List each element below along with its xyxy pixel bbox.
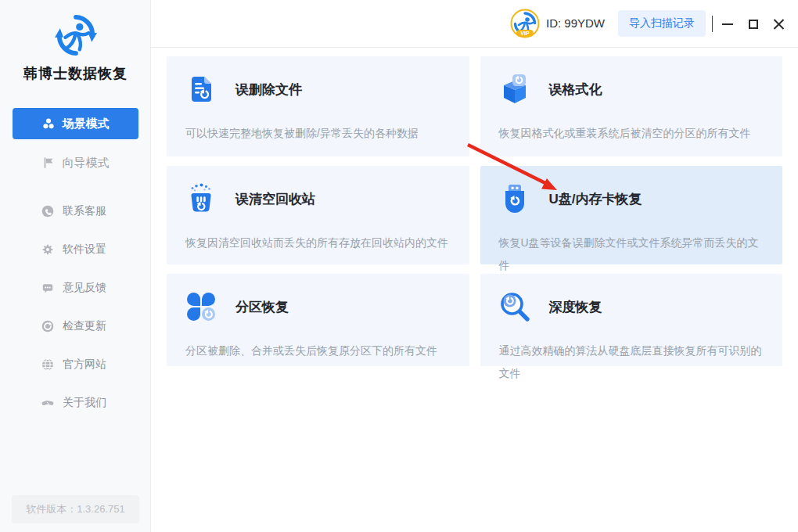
sidebar-item-settings[interactable]: 软件设置 xyxy=(0,242,151,257)
card-deep-recovery[interactable]: 深度恢复 通过高效精确的算法从硬盘底层直接恢复所有可识别的文件 xyxy=(480,274,783,366)
card-title: 深度恢复 xyxy=(549,298,602,316)
sidebar-item-feedback[interactable]: 意见反馈 xyxy=(0,280,151,296)
vip-badge: VIP xyxy=(520,31,530,36)
close-icon xyxy=(773,19,785,31)
minimize-button[interactable] xyxy=(717,14,738,34)
titlebar-divider xyxy=(712,16,713,32)
card-description: 可以快速完整地恢复被删除/异常丢失的各种数据 xyxy=(185,122,451,145)
card-deleted-files[interactable]: 误删除文件 可以快速完整地恢复被删除/异常丢失的各种数据 xyxy=(167,56,469,156)
card-recycle-bin[interactable]: 误清空回收站 恢复因清空回收站而丢失的所有存放在回收站内的文件 xyxy=(167,166,469,264)
sidebar-item-label: 联系客服 xyxy=(63,204,106,218)
user-avatar[interactable]: VIP xyxy=(510,9,540,38)
card-formatted[interactable]: 误格式化 恢复因格式化或重装系统后被清空的分区的所有文件 xyxy=(480,56,783,156)
user-id-label: ID: 99YDW xyxy=(546,16,605,30)
sidebar-item-label: 软件设置 xyxy=(63,243,106,257)
scenes-icon xyxy=(42,117,55,130)
phone-icon xyxy=(41,205,54,217)
titlebar: VIP ID: 99YDW 导入扫描记录 xyxy=(151,0,798,48)
card-description: 恢复因格式化或重装系统后被清空的分区的所有文件 xyxy=(499,122,764,145)
sidebar-item-official-website[interactable]: 官方网站 xyxy=(0,357,151,372)
card-title: U盘/内存卡恢复 xyxy=(549,190,642,208)
card-title: 误清空回收站 xyxy=(235,190,315,208)
flag-icon xyxy=(42,156,55,169)
card-description: 分区被删除、合并或丢失后恢复原分区下的所有文件 xyxy=(185,340,451,362)
sidebar-menu: 联系客服 软件设置 xyxy=(0,203,151,433)
recycle-bin-icon xyxy=(185,183,217,214)
usb-icon xyxy=(499,183,530,214)
sidebar-item-label: 检查更新 xyxy=(63,319,106,333)
sidebar-item-contact-support[interactable]: 联系客服 xyxy=(0,203,151,219)
hanboshi-logo-icon xyxy=(55,13,97,58)
scenario-cards: 误删除文件 可以快速完整地恢复被删除/异常丢失的各种数据 误格式化 恢复因格式化… xyxy=(167,56,782,366)
sidebar-item-about-us[interactable]: 关于我们 xyxy=(0,395,151,411)
sidebar-item-label: 意见反馈 xyxy=(63,281,106,295)
sidebar-item-label: 官方网站 xyxy=(63,358,106,372)
card-partition-recovery[interactable]: 分区恢复 分区被删除、合并或丢失后恢复原分区下的所有文件 xyxy=(167,274,469,366)
sidebar-item-label: 关于我们 xyxy=(63,396,106,410)
sidebar-item-label: 场景模式 xyxy=(63,117,110,131)
card-description: 恢复U盘等设备误删除文件或文件系统异常而丢失的文件 xyxy=(499,232,764,277)
formatted-icon xyxy=(499,74,530,105)
version-label: 软件版本：1.3.26.751 xyxy=(12,495,139,523)
card-title: 误格式化 xyxy=(549,81,602,99)
gear-icon xyxy=(41,243,54,256)
sidebar: 韩博士数据恢复 场景模式 向导模式 联系客服 xyxy=(0,0,151,532)
sidebar-item-scene-mode[interactable]: 场景模式 xyxy=(13,108,138,139)
card-description: 通过高效精确的算法从硬盘底层直接恢复所有可识别的文件 xyxy=(499,340,764,385)
card-description: 恢复因清空回收站而丢失的所有存放在回收站内的文件 xyxy=(185,232,451,254)
update-icon xyxy=(41,320,54,332)
feedback-icon xyxy=(41,282,54,294)
app-title: 韩博士数据恢复 xyxy=(0,64,151,83)
handshake-icon xyxy=(41,397,54,409)
maximize-icon xyxy=(749,20,758,29)
deleted-file-icon xyxy=(185,74,217,105)
sidebar-item-label: 向导模式 xyxy=(63,156,110,171)
app-logo xyxy=(0,13,151,61)
minimize-icon xyxy=(722,23,733,25)
maximize-button[interactable] xyxy=(743,14,764,34)
globe-icon xyxy=(41,358,54,371)
card-usb-recovery[interactable]: U盘/内存卡恢复 恢复U盘等设备误删除文件或文件系统异常而丢失的文件 xyxy=(480,166,783,264)
deep-scan-icon xyxy=(499,291,530,322)
card-title: 误删除文件 xyxy=(235,81,302,99)
sidebar-item-wizard-mode[interactable]: 向导模式 xyxy=(13,147,138,178)
close-button[interactable] xyxy=(768,14,789,34)
partition-icon xyxy=(185,291,217,322)
sidebar-item-check-update[interactable]: 检查更新 xyxy=(0,318,151,334)
card-title: 分区恢复 xyxy=(235,298,289,316)
import-scan-records-button[interactable]: 导入扫描记录 xyxy=(618,10,706,37)
